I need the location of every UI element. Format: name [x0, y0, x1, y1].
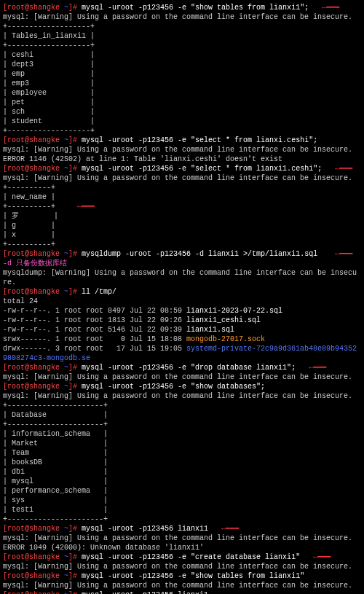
- terminal-output: [root@shangke ~]# mysql -uroot -p123456 …: [3, 3, 361, 594]
- annotation: -d 只备份数据库结: [3, 259, 67, 267]
